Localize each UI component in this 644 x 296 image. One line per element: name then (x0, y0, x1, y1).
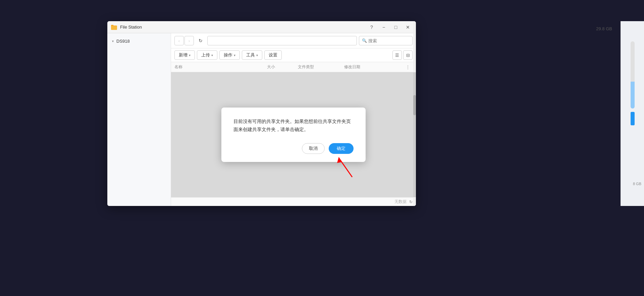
tools-arrow-icon: ▾ (256, 53, 258, 57)
search-input[interactable] (368, 38, 402, 43)
action-button[interactable]: 操作 ▾ (219, 50, 240, 60)
col-date-header: 修改日期 (344, 64, 406, 70)
desktop: 29.8 GB File Station ? − □ ✕ (0, 0, 644, 296)
path-input[interactable] (207, 36, 357, 45)
close-button[interactable]: ✕ (403, 23, 413, 32)
col-type-header: 文件类型 (298, 64, 344, 70)
cancel-button[interactable]: 取消 (302, 143, 325, 154)
status-refresh-button[interactable]: ↻ (409, 200, 413, 204)
confirm-button[interactable]: 确定 (329, 143, 354, 154)
tools-button[interactable]: 工具 ▾ (242, 50, 262, 60)
svg-line-2 (340, 160, 352, 177)
storage-bar-bg (631, 41, 635, 109)
minimize-button[interactable]: − (379, 23, 388, 32)
dialog: 目前没有可用的共享文件夹。如果您想前往共享文件夹页面来创建共享文件夹，请单击确定… (221, 108, 366, 162)
new-label: 新增 (179, 52, 187, 58)
dialog-buttons: 取消 确定 (233, 143, 354, 154)
titlebar: File Station ? − □ ✕ (107, 21, 416, 33)
svg-rect-1 (111, 26, 117, 30)
window-controls: ? − □ ✕ (367, 23, 413, 32)
main-content: ‹ › ↻ 🔍 (171, 33, 416, 206)
window-title: File Station (120, 25, 367, 30)
forward-button[interactable]: › (184, 36, 194, 45)
svg-marker-3 (337, 157, 342, 163)
maximize-button[interactable]: □ (391, 23, 400, 32)
navigation-toolbar: ‹ › ↻ 🔍 (171, 33, 416, 48)
action-toolbar: 新增 ▾ 上传 ▾ 操作 ▾ 工具 ▾ (171, 48, 416, 62)
upload-label: 上传 (201, 52, 210, 58)
cursor-arrow-indicator (335, 154, 362, 180)
storage-bar-fill (631, 82, 635, 109)
sidebar-item-ds918[interactable]: ▾ DS918 (107, 37, 171, 46)
tools-label: 工具 (246, 52, 255, 58)
detail-view-icon: ⊟ (406, 53, 410, 58)
upload-arrow-icon: ▾ (211, 53, 213, 57)
storage-size-label: 29.8 GB (596, 26, 612, 31)
settings-label: 设置 (269, 52, 277, 58)
list-view-button[interactable]: ☰ (392, 50, 402, 60)
upload-button[interactable]: 上传 ▾ (197, 50, 217, 60)
search-icon: 🔍 (362, 38, 367, 43)
nav-buttons: ‹ › (174, 36, 194, 45)
status-bar: 无数据 ↻ (171, 197, 416, 206)
sidebar-arrow-icon: ▾ (112, 39, 114, 43)
storage-panel: 8 GB (621, 21, 644, 206)
settings-button[interactable]: 设置 (264, 50, 282, 60)
sidebar: ▾ DS918 (107, 33, 171, 206)
new-arrow-icon: ▾ (189, 53, 191, 57)
help-button[interactable]: ? (367, 23, 376, 32)
storage-highlight-bar (631, 112, 635, 125)
file-area: 目前没有可用的共享文件夹。如果您想前往共享文件夹页面来创建共享文件夹，请单击确定… (171, 72, 416, 197)
dialog-message: 目前没有可用的共享文件夹。如果您想前往共享文件夹页面来创建共享文件夹，请单击确定… (233, 118, 354, 134)
sidebar-server-label: DS918 (116, 39, 130, 44)
view-controls: ☰ ⊟ (392, 50, 413, 60)
new-button[interactable]: 新增 ▾ (174, 50, 195, 60)
app-icon (111, 24, 117, 31)
detail-view-button[interactable]: ⊟ (403, 50, 413, 60)
back-button[interactable]: ‹ (174, 36, 184, 45)
col-size-header: 大小 (267, 64, 298, 70)
action-arrow-icon: ▾ (234, 53, 235, 57)
refresh-button[interactable]: ↻ (196, 36, 205, 45)
col-more-header: ⋮ (406, 65, 413, 70)
file-station-window: File Station ? − □ ✕ ▾ DS918 (107, 21, 416, 206)
col-name-header: 名称 (174, 64, 267, 70)
list-view-icon: ☰ (395, 53, 399, 58)
window-body: ▾ DS918 ‹ › ↻ (107, 33, 416, 206)
file-list-header: 名称 大小 文件类型 修改日期 ⋮ (171, 62, 416, 72)
action-label: 操作 (224, 52, 232, 58)
dialog-overlay: 目前没有可用的共享文件夹。如果您想前往共享文件夹页面来创建共享文件夹，请单击确定… (171, 72, 416, 197)
storage-bottom-label: 8 GB (633, 182, 641, 186)
search-box: 🔍 (359, 36, 413, 45)
no-data-label: 无数据 (394, 199, 407, 205)
